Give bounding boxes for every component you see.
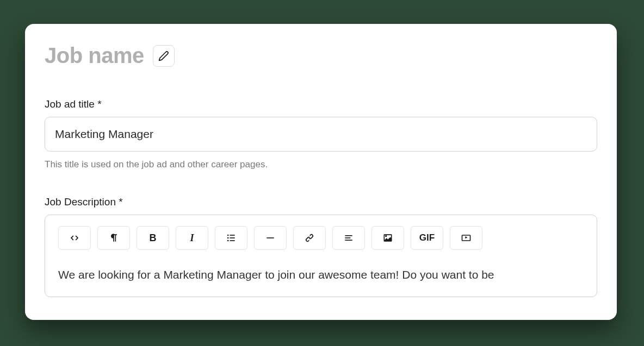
svg-point-2 (227, 240, 229, 242)
svg-point-1 (227, 237, 229, 239)
list-button[interactable] (215, 226, 247, 250)
list-icon (226, 232, 237, 243)
pilcrow-icon (108, 232, 119, 243)
gif-icon: GIF (419, 232, 435, 243)
bold-icon: B (150, 232, 157, 244)
code-icon (69, 232, 80, 243)
align-button[interactable] (332, 226, 365, 250)
svg-rect-4 (230, 237, 235, 238)
description-editor: B I GIF (45, 215, 597, 297)
edit-name-button[interactable] (153, 45, 175, 67)
image-button[interactable] (371, 226, 404, 250)
ad-title-label: Job ad title * (45, 98, 597, 110)
video-icon (461, 232, 472, 243)
gif-button[interactable]: GIF (411, 226, 443, 250)
minus-icon (265, 232, 276, 243)
svg-rect-5 (230, 240, 235, 241)
svg-rect-7 (345, 235, 352, 236)
editor-toolbar: B I GIF (58, 226, 584, 250)
video-button[interactable] (450, 226, 482, 250)
svg-rect-3 (230, 235, 235, 236)
image-icon (382, 232, 393, 243)
description-label: Job Description * (45, 196, 597, 208)
svg-rect-8 (345, 237, 350, 238)
svg-point-0 (227, 235, 229, 236)
header-row: Job name (45, 43, 597, 68)
description-content[interactable]: We are looking for a Marketing Manager t… (58, 266, 584, 284)
paragraph-format-button[interactable] (97, 226, 130, 250)
svg-rect-6 (267, 237, 274, 238)
ad-title-input[interactable] (45, 117, 597, 152)
link-icon (304, 232, 315, 243)
italic-button[interactable]: I (176, 226, 208, 250)
align-icon (343, 232, 354, 243)
bold-button[interactable]: B (137, 226, 169, 250)
ad-title-helper: This title is used on the job ad and oth… (45, 159, 597, 170)
svg-rect-9 (345, 240, 352, 241)
horizontal-rule-button[interactable] (254, 226, 287, 250)
italic-icon: I (190, 232, 194, 244)
link-button[interactable] (293, 226, 326, 250)
pencil-icon (158, 51, 169, 61)
page-title: Job name (45, 43, 144, 68)
job-form-card: Job name Job ad title * This title is us… (25, 24, 617, 320)
code-view-button[interactable] (58, 226, 91, 250)
